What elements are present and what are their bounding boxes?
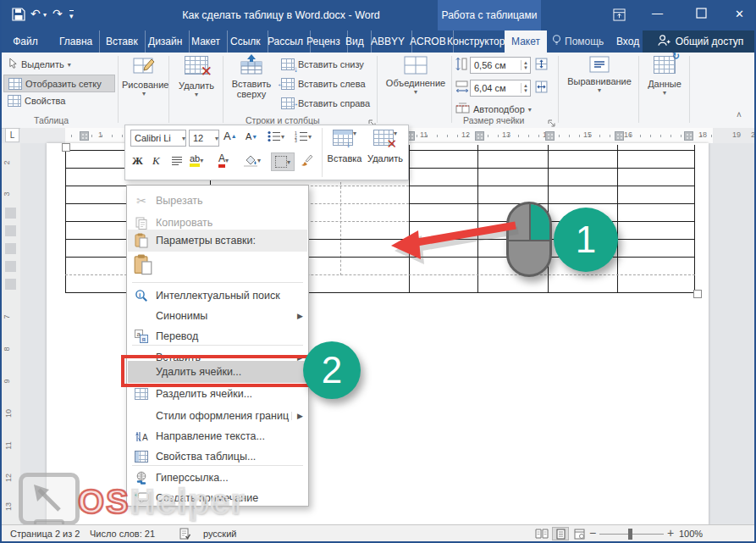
highlight-button[interactable]: ab▾ (190, 153, 203, 167)
tab-home[interactable]: Главна (52, 30, 100, 53)
read-mode-button[interactable] (533, 527, 550, 540)
borders-button[interactable]: ▾ (271, 152, 295, 171)
table-resize-handle[interactable] (693, 290, 702, 298)
customize-qat-icon[interactable]: ▾ (69, 10, 74, 20)
tab-design[interactable]: Дизайн (141, 30, 190, 53)
tab-insert[interactable]: Вставк (99, 30, 146, 53)
table-properties-button[interactable]: Свойства (8, 95, 65, 107)
view-gridlines-toggle[interactable]: Отобразить сетку (3, 75, 115, 92)
submenu-arrow-icon: ▶ (297, 312, 303, 320)
insert-right-button[interactable]: → Вставить справа (281, 97, 370, 109)
ribbon-tab-row: Файл Главна Вставк Дизайн Макет Ссылк Ра… (2, 30, 754, 53)
undo-dropdown-icon[interactable]: ▾ (43, 11, 47, 19)
svg-text:я: я (142, 335, 146, 343)
shrink-font-button[interactable]: A▼ (246, 131, 257, 141)
menu-item-translate[interactable]: ая Перевод (127, 326, 308, 346)
maximize-button[interactable] (696, 8, 707, 21)
tab-stop-selector[interactable]: L (5, 128, 19, 142)
ruler-number: 1 (98, 130, 102, 139)
italic-button[interactable]: К (152, 154, 160, 168)
tab-layout-table-tools[interactable]: Макет (505, 30, 547, 53)
page-indicator[interactable]: Страница 2 из 2 (10, 529, 80, 539)
collapse-ribbon-icon[interactable]: ˄ (737, 110, 742, 119)
shading-button[interactable]: ▾ (244, 154, 261, 167)
justify-button[interactable] (171, 156, 183, 166)
select-button[interactable]: Выделить▾ (8, 57, 71, 72)
format-painter-button[interactable] (300, 153, 313, 167)
menu-item-cut[interactable]: ✂ Вырезать (127, 191, 308, 211)
row-height-icon (455, 57, 467, 75)
row-height-spinner[interactable]: ▲▼ (521, 60, 530, 70)
zoom-in-button[interactable]: + (667, 526, 674, 540)
zoom-level[interactable]: 100% (679, 529, 703, 539)
table-gridline-dashed (306, 203, 409, 204)
minimize-button[interactable]: — (652, 7, 663, 19)
menu-item-synonyms[interactable]: Синонимы ▶ (127, 306, 308, 326)
font-name-combo[interactable]: Calibri Li▾ (130, 130, 186, 147)
table-gridline-dashed (306, 186, 409, 186)
ruler-table-marker[interactable] (545, 131, 555, 141)
tab-constructor[interactable]: Конструктор (440, 30, 512, 53)
copy-icon (127, 217, 156, 230)
delete-button[interactable]: ✕ Удалить ▾ (174, 56, 218, 98)
zoom-slider-thumb[interactable] (628, 529, 632, 540)
contextual-tab-title[interactable]: Работа с таблицами (438, 0, 541, 30)
redo-icon[interactable]: ↷ (52, 7, 63, 20)
menu-item-paste-options: Параметры вставки: (127, 230, 308, 251)
menu-item-smart-lookup[interactable]: i Интеллектуальный поиск (127, 285, 308, 306)
grow-font-button[interactable]: A▲ (223, 130, 237, 142)
numbering-button[interactable]: 123▾ (295, 130, 312, 142)
undo-icon[interactable]: ↶ (30, 7, 41, 20)
save-icon[interactable] (12, 8, 25, 24)
mini-delete-button[interactable]: ✕▾ Удалить (366, 126, 405, 175)
font-size-combo[interactable]: 12▾ (189, 130, 219, 147)
tab-help[interactable]: Помощь (545, 30, 610, 53)
draw-table-icon (133, 64, 156, 79)
distribute-rows-icon[interactable] (535, 58, 548, 74)
insert-below-button[interactable]: ↓ Вставить снизу (281, 58, 364, 70)
table-gridline-dashed (340, 182, 341, 275)
word-count[interactable]: Число слов: 21 (90, 529, 155, 539)
vertical-ruler[interactable]: 2 3 7 8 9 10 11 12 13 (2, 143, 21, 525)
merge-button[interactable]: Объединение ▾ (383, 56, 449, 96)
share-button[interactable]: Общий доступ (643, 30, 756, 53)
data-button[interactable]: ↻ Данные ▾ (643, 56, 687, 97)
ruler-table-marker[interactable] (80, 131, 89, 141)
column-width-field[interactable]: 6,04 см ▲▼ (470, 80, 531, 97)
gridlines-icon (8, 78, 22, 90)
paste-option-keep-formatting-button[interactable] (134, 253, 157, 279)
column-width-spinner[interactable]: ▲▼ (521, 83, 530, 93)
table-move-handle[interactable] (62, 143, 70, 152)
menu-item-text-direction[interactable]: А Направление текста... (127, 426, 308, 446)
insert-left-button[interactable]: ← Вставить слева (281, 78, 366, 90)
table-properties-icon (127, 451, 156, 463)
table-properties-icon (8, 95, 21, 107)
draw-table-button[interactable]: Рисование ▾ (122, 56, 166, 97)
bold-button[interactable]: Ж (132, 154, 143, 168)
tab-layout[interactable]: Макет (185, 30, 228, 53)
ribbon-display-options-icon[interactable] (613, 8, 626, 24)
language-indicator[interactable]: русский (203, 529, 236, 539)
ruler-table-marker[interactable] (615, 131, 624, 141)
cursor-icon (8, 57, 18, 72)
tab-signin[interactable]: Вход (610, 30, 646, 53)
font-color-button[interactable]: А▾ (218, 153, 229, 168)
web-layout-button[interactable] (571, 527, 588, 540)
alignment-button[interactable]: Выравнивание ▾ (564, 56, 635, 94)
close-button[interactable]: ✕ (735, 8, 744, 20)
insert-above-button[interactable]: Вставить сверху (227, 54, 276, 99)
ruler-table-marker[interactable] (684, 131, 693, 141)
row-height-field[interactable]: 0,56 см ▲▼ (470, 57, 531, 74)
tab-file[interactable]: Файл (3, 30, 47, 53)
mini-insert-button[interactable]: ↓▾ Вставка (325, 126, 364, 175)
ruler-table-marker[interactable] (475, 131, 484, 141)
print-layout-button[interactable] (552, 527, 569, 540)
zoom-out-button[interactable]: − (589, 526, 596, 540)
menu-item-table-properties[interactable]: Свойства таблицы... (127, 446, 308, 467)
proofing-status-icon[interactable] (176, 527, 193, 540)
merge-cells-icon (404, 63, 428, 77)
distribute-columns-icon[interactable] (535, 80, 548, 97)
word-window: ↶ ▾ ↷ ▾ Как сделать таблицу в Word.docx … (0, 0, 756, 543)
menu-item-border-styles[interactable]: Стили оформления границ ▶ (127, 406, 308, 426)
bullets-button[interactable]: ▾ (268, 130, 284, 142)
